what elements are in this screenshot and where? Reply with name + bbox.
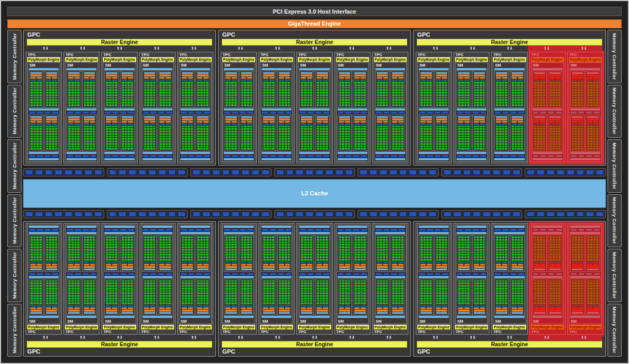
cuda-core	[461, 244, 464, 246]
cuda-core	[348, 104, 351, 106]
cuda-core	[168, 282, 171, 284]
crossbar-segment	[419, 212, 427, 217]
cuda-core	[377, 126, 379, 128]
cuda-core	[392, 251, 395, 253]
ldst-segment	[548, 111, 555, 114]
shared-memory-bar	[224, 232, 254, 234]
cuda-core	[263, 126, 266, 128]
cuda-core	[439, 94, 441, 96]
cuda-core	[401, 102, 404, 104]
crossbar-segment	[168, 170, 176, 175]
cuda-core	[386, 102, 388, 104]
cuda-core	[392, 97, 395, 99]
updown-arrows-icon: ⬆⬇	[333, 335, 370, 341]
cuda-core	[426, 256, 429, 258]
cuda-core	[496, 92, 498, 94]
cuda-core	[505, 259, 507, 261]
register-file-bar	[587, 305, 599, 307]
cuda-core	[480, 300, 482, 302]
cuda-core	[191, 259, 193, 261]
cuda-core	[39, 104, 42, 106]
crossbar-segment	[537, 212, 545, 217]
cuda-core	[395, 87, 398, 89]
cuda-core	[188, 130, 190, 133]
cuda-core	[244, 92, 246, 94]
dispatch-segment	[323, 121, 328, 123]
cuda-core	[55, 239, 58, 241]
cuda-core	[442, 99, 444, 101]
ldst-segment	[112, 155, 119, 158]
cuda-core	[93, 126, 95, 128]
cuda-core	[231, 146, 234, 148]
cuda-core	[515, 99, 517, 101]
cuda-core	[474, 253, 476, 256]
cuda-core	[244, 302, 246, 304]
cuda-core	[77, 84, 80, 86]
cuda-core	[467, 253, 470, 256]
cuda-core	[30, 246, 33, 248]
cuda-core	[191, 99, 193, 101]
cuda-core	[162, 300, 165, 302]
tpc: TPCPolyMorph EngineSM	[372, 52, 408, 163]
instruction-buffer-bar	[572, 269, 583, 270]
cuda-core	[596, 148, 599, 150]
cuda-core	[74, 290, 77, 292]
cuda-core	[307, 295, 310, 297]
crossbar-segment	[202, 212, 210, 217]
cuda-core	[168, 143, 171, 145]
cuda-core	[39, 84, 42, 86]
cuda-core	[263, 300, 266, 302]
cuda-core	[326, 288, 328, 290]
memory-controller-label: Memory Controller	[612, 306, 617, 354]
dispatch-bar	[354, 77, 366, 79]
cuda-core	[549, 302, 552, 304]
cuda-core	[115, 246, 117, 248]
cuda-core	[517, 138, 520, 140]
dispatch-segment	[241, 77, 246, 79]
processing-block	[570, 279, 585, 316]
cuda-core	[234, 297, 237, 300]
cuda-core	[285, 94, 287, 96]
cuda-core	[90, 84, 92, 86]
cuda-core	[182, 138, 185, 140]
cuda-core	[317, 302, 319, 304]
crossbar-segment	[453, 170, 461, 175]
cuda-core	[162, 246, 165, 248]
crossbar-segment	[138, 212, 146, 217]
ldst-segment	[548, 228, 555, 231]
cuda-core	[361, 97, 363, 99]
shared-memory-bar	[494, 108, 524, 111]
cuda-core	[39, 133, 42, 135]
cuda-core	[229, 280, 231, 282]
cuda-core	[383, 82, 385, 84]
warp-scheduler-bar	[46, 118, 58, 120]
cuda-core	[55, 249, 58, 251]
register-segment	[128, 305, 133, 307]
cuda-core	[540, 239, 543, 241]
register-segment	[84, 123, 89, 125]
cuda-core	[322, 282, 325, 284]
updown-arrows-icon: ⬆⬇	[222, 46, 259, 52]
cuda-core	[131, 300, 133, 302]
cuda-core	[467, 89, 470, 91]
cuda-core	[348, 290, 351, 292]
cuda-core	[439, 280, 441, 282]
cuda-core	[266, 236, 269, 238]
cuda-core	[339, 297, 342, 300]
cuda-core	[426, 241, 429, 244]
cuda-core	[34, 126, 36, 128]
instruction-cache-bar	[262, 316, 291, 318]
cuda-core	[241, 82, 244, 84]
cuda-core	[578, 256, 580, 258]
cuda-core	[241, 249, 244, 251]
dispatch-segment	[534, 121, 539, 123]
processing-block	[353, 71, 367, 108]
cuda-core	[474, 246, 476, 248]
crossbar-segment	[483, 212, 491, 217]
cuda-core	[93, 259, 95, 261]
cuda-core	[86, 128, 89, 130]
cuda-core	[348, 146, 351, 148]
cuda-core	[342, 251, 344, 253]
cuda-core	[593, 128, 596, 130]
cuda-core	[279, 84, 281, 86]
